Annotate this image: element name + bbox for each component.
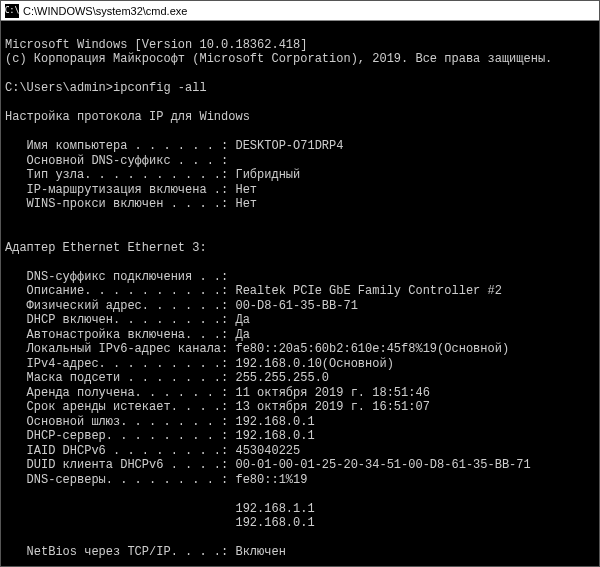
prompt-command: ipconfig -all (113, 81, 207, 95)
cmd-icon: C:\ (5, 4, 19, 18)
section-title: Настройка протокола IP для Windows (5, 110, 250, 124)
blank (5, 125, 12, 139)
blank (5, 226, 12, 240)
adapter-row: Срок аренды истекает. . . .: 13 октября … (5, 400, 430, 414)
blank (5, 67, 12, 81)
adapter-row: Физический адрес. . . . . .: 00-D8-61-35… (5, 299, 358, 313)
global-settings-block: Имя компьютера . . . . . . : DESKTOP-O71… (5, 139, 595, 212)
terminal-output[interactable]: Microsoft Windows [Version 10.0.18362.41… (1, 21, 599, 566)
blank (5, 96, 12, 110)
global-row: Тип узла. . . . . . . . . .: Гибридный (5, 168, 300, 182)
adapter-row: Маска подсети . . . . . . .: 255.255.255… (5, 371, 329, 385)
adapter-settings-block: DNS-суффикс подключения . .: Описание. .… (5, 270, 595, 488)
adapter-row: DHCP включен. . . . . . . .: Да (5, 313, 250, 327)
header-line-2: (c) Корпорация Майкрософт (Microsoft Cor… (5, 52, 552, 66)
header-line-1: Microsoft Windows [Version 10.0.18362.41… (5, 38, 307, 52)
adapter-row: Автонастройка включена. . .: Да (5, 328, 250, 342)
dns-extra-value: 192.168.0.1 (5, 516, 315, 530)
cmd-window: C:\ C:\WINDOWS\system32\cmd.exe Microsof… (0, 0, 600, 567)
global-row: IP-маршрутизация включена .: Нет (5, 183, 257, 197)
adapter-row: DHCP-сервер. . . . . . . . : 192.168.0.1 (5, 429, 315, 443)
adapter-row: IPv4-адрес. . . . . . . . .: 192.168.0.1… (5, 357, 394, 371)
global-row: WINS-прокси включен . . . .: Нет (5, 197, 257, 211)
prompt-line: C:\Users\admin>ipconfig -all (5, 81, 207, 95)
netbios-row: NetBios через TCP/IP. . . .: Включен (5, 545, 595, 560)
adapter-row: Аренда получена. . . . . . : 11 октября … (5, 386, 430, 400)
adapter-row: DUID клиента DHCPv6 . . . .: 00-01-00-01… (5, 458, 531, 472)
adapter-row: DNS-серверы. . . . . . . . : fe80::1%19 (5, 473, 307, 487)
dns-extra-block: 192.168.1.1 192.168.0.1 (5, 502, 595, 531)
netbios-line: NetBios через TCP/IP. . . .: Включен (5, 545, 286, 559)
global-row: Имя компьютера . . . . . . : DESKTOP-O71… (5, 139, 343, 153)
adapter-row: Локальный IPv6-адрес канала: fe80::20a5:… (5, 342, 509, 356)
window-title: C:\WINDOWS\system32\cmd.exe (23, 5, 187, 17)
global-row: Основной DNS-суффикс . . . : (5, 154, 235, 168)
dns-extra-value: 192.168.1.1 (5, 502, 315, 516)
window-titlebar[interactable]: C:\ C:\WINDOWS\system32\cmd.exe (1, 1, 599, 21)
adapter-row: IAID DHCPv6 . . . . . . . .: 453040225 (5, 444, 300, 458)
prompt-path: C:\Users\admin> (5, 81, 113, 95)
adapter-row: Описание. . . . . . . . . .: Realtek PCI… (5, 284, 502, 298)
adapter-title: Адаптер Ethernet Ethernet 3: (5, 241, 207, 255)
adapter-row: DNS-суффикс подключения . .: (5, 270, 235, 284)
adapter-row: Основной шлюз. . . . . . . : 192.168.0.1 (5, 415, 315, 429)
blank (5, 255, 12, 269)
